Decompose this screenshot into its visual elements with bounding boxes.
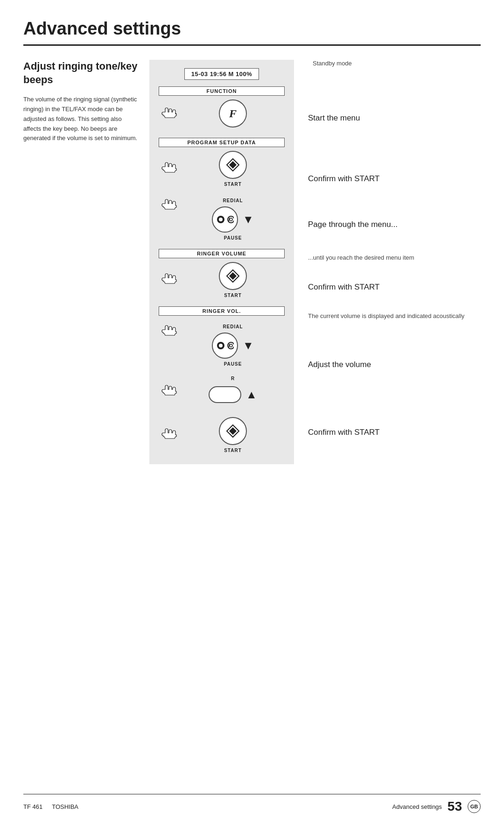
function-label: FUNCTION bbox=[159, 86, 285, 96]
start-button-2 bbox=[219, 262, 247, 290]
step5-instruction: Adjust the volume bbox=[308, 359, 481, 370]
hand-icon-4 bbox=[159, 271, 181, 287]
down-arrow-1: ▼ bbox=[243, 213, 254, 226]
display-screen: 15-03 19:56 M 100% bbox=[184, 68, 259, 80]
ringer-vol-label: RINGER VOL. bbox=[159, 306, 285, 316]
step1-instruction: Start the menu bbox=[308, 113, 481, 124]
hand-icon-6 bbox=[159, 383, 181, 399]
program-setup-label: PROGRAM SETUP DATA bbox=[159, 138, 285, 147]
r-label-above: R bbox=[231, 376, 235, 381]
hand-icon-7 bbox=[159, 426, 181, 442]
section-title: Adjust ringing tone/key beeps bbox=[23, 60, 140, 86]
svg-point-13 bbox=[230, 344, 232, 347]
svg-marker-8 bbox=[229, 272, 237, 280]
ringer-volume-label: RINGER VOLUME bbox=[159, 249, 285, 258]
footer-section-label: Advanced settings bbox=[392, 803, 442, 810]
svg-point-6 bbox=[230, 218, 232, 221]
r-oval-button bbox=[209, 386, 241, 403]
start-button-1 bbox=[219, 151, 247, 179]
start-button-3 bbox=[219, 417, 247, 445]
step2-instruction: Confirm with START bbox=[308, 173, 481, 184]
step6-instruction: Confirm with START bbox=[308, 427, 481, 438]
svg-marker-1 bbox=[229, 161, 237, 169]
redial-label-1: REDIAL bbox=[223, 198, 243, 203]
hand-icon-1 bbox=[159, 106, 181, 121]
step3-instruction: Page through the menu... bbox=[308, 219, 481, 230]
page-footer: TF 461 TOSHIBA Advanced settings 53 GB bbox=[23, 794, 481, 814]
svg-marker-15 bbox=[229, 427, 237, 435]
page-number: 53 bbox=[448, 799, 462, 814]
up-arrow: ▲ bbox=[246, 388, 257, 401]
section-description: The volume of the ringing signal (synthe… bbox=[23, 95, 140, 143]
standby-label: Standby mode bbox=[313, 60, 485, 67]
instructions-column: Standby mode Start the menu Confirm with… bbox=[294, 60, 481, 464]
hand-icon-2 bbox=[159, 160, 181, 176]
step4-sub-instruction: The current volume is displayed and indi… bbox=[308, 312, 481, 320]
redial-button-2: / bbox=[212, 333, 238, 359]
step3-sub-instruction: ...until you reach the desired menu item bbox=[308, 254, 481, 262]
svg-point-10 bbox=[219, 344, 223, 347]
pause-label-1: PAUSE bbox=[224, 235, 242, 241]
svg-point-3 bbox=[219, 218, 223, 221]
pause-label-2: PAUSE bbox=[224, 361, 242, 367]
model-label: TF 461 bbox=[23, 803, 42, 810]
redial-button-1: / bbox=[212, 206, 238, 233]
step4-instruction: Confirm with START bbox=[308, 282, 481, 293]
hand-icon-5 bbox=[159, 323, 181, 339]
start-label-3: START bbox=[224, 448, 242, 453]
brand-label: TOSHIBA bbox=[52, 803, 78, 810]
gb-badge: GB bbox=[468, 800, 481, 813]
down-arrow-2: ▼ bbox=[243, 339, 254, 352]
hand-icon-3 bbox=[159, 197, 181, 213]
function-button: F bbox=[219, 99, 247, 127]
redial-label-2: REDIAL bbox=[223, 324, 243, 329]
page-title: Advanced settings bbox=[23, 19, 481, 46]
diagram-area: 15-03 19:56 M 100% FUNCTION bbox=[149, 60, 294, 464]
start-label-1: START bbox=[224, 182, 242, 187]
start-label-2: START bbox=[224, 293, 242, 298]
